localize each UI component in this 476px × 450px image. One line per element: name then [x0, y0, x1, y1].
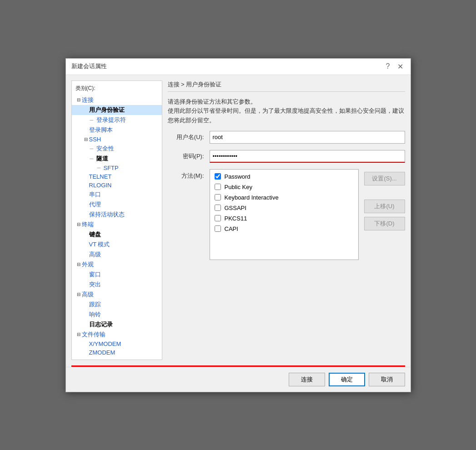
username-input[interactable]	[210, 131, 405, 144]
description-line2: 使用此部分以节省登录时间。但是，为了最大限度地提高安全性，如果担心安全问题，建议…	[168, 106, 405, 125]
method-label-text: Keyboard Interactive	[225, 194, 279, 201]
tree-item[interactable]: 用户身份验证	[72, 105, 162, 115]
tree-item[interactable]: ⊟高级	[72, 290, 162, 300]
method-label-text: CAPI	[225, 225, 238, 232]
tree-item-label: TELNET	[89, 173, 112, 180]
tree-expand-icon[interactable]: ⊟	[75, 222, 82, 227]
move-down-button[interactable]: 下移(D)	[364, 217, 405, 230]
tree-item-label: RLOGIN	[89, 182, 112, 189]
method-checkbox[interactable]	[215, 184, 221, 190]
tree-item[interactable]: 保持活动状态	[72, 210, 162, 220]
cancel-button[interactable]: 取消	[369, 373, 405, 386]
username-row: 用户名(U):	[168, 131, 405, 144]
tree-item-label: 高级	[89, 250, 101, 259]
method-label-text: Password	[225, 173, 251, 180]
help-button[interactable]: ?	[384, 62, 392, 70]
tree-expand-icon[interactable]: ⊟	[75, 262, 82, 267]
tree-item[interactable]: ─ 隧道	[72, 154, 162, 164]
tree-item[interactable]: ─ 安全性	[72, 144, 162, 154]
tree-item-label: 终端	[82, 220, 94, 229]
tree-item-label: 登录脚本	[89, 126, 113, 134]
tree-item[interactable]: 窗口	[72, 270, 162, 280]
tree-item-label: 隧道	[96, 155, 108, 163]
method-buttons: 设置(S)... 上移(U) 下移(D)	[364, 169, 405, 230]
close-button[interactable]: ✕	[396, 62, 405, 71]
tree-item[interactable]: 代理	[72, 200, 162, 210]
method-label-text: Public Key	[225, 184, 252, 190]
method-item: CAPI	[215, 225, 354, 232]
tree-expand-icon[interactable]: ⊟	[75, 332, 82, 337]
tree-item[interactable]: TELNET	[72, 172, 162, 181]
tree-item-label: 串口	[89, 190, 101, 199]
tree-expand-icon[interactable]: ⊟	[83, 137, 89, 142]
move-up-button[interactable]: 上移(U)	[364, 200, 405, 213]
tree-item[interactable]: 突出	[72, 280, 162, 290]
tree-item-label: VT 模式	[89, 240, 110, 249]
description-line1: 请选择身份验证方法和其它参数。	[168, 97, 405, 107]
tree-item-label: 日志记录	[89, 320, 113, 329]
tree-item[interactable]: ⊟终端	[72, 220, 162, 230]
password-label: 密码(P):	[168, 152, 204, 160]
dialog-body: 类别(C): ⊟连接用户身份验证─ 登录提示符登录脚本⊟SSH─ 安全性─ 隧道…	[66, 75, 411, 365]
dialog-title: 新建会话属性	[71, 62, 107, 70]
method-checkbox[interactable]	[215, 205, 221, 211]
tree-item[interactable]: 日志记录	[72, 320, 162, 330]
tree-item-label: 突出	[89, 280, 101, 289]
tree-item-label: 登录提示符	[96, 116, 126, 124]
right-panel: 连接 > 用户身份验证 请选择身份验证方法和其它参数。 使用此部分以节省登录时间…	[168, 80, 405, 360]
method-checkbox[interactable]	[215, 225, 221, 232]
tree-item[interactable]: ─ 登录提示符	[72, 115, 162, 125]
tree-item-label: 保持活动状态	[89, 210, 125, 219]
connect-button[interactable]: 连接	[289, 373, 325, 386]
method-item: Password	[215, 173, 354, 180]
tree-expand-icon[interactable]: ⊟	[75, 97, 82, 102]
tree-item[interactable]: VT 模式	[72, 240, 162, 250]
tree-item[interactable]: RLOGIN	[72, 181, 162, 190]
tree-item[interactable]: ⊟文件传输	[72, 330, 162, 340]
category-label: 类别(C):	[72, 84, 162, 95]
method-checkbox[interactable]	[215, 215, 221, 221]
tree-item-label: 安全性	[96, 145, 114, 153]
tree-item[interactable]: ZMODEM	[72, 348, 162, 357]
tree-item[interactable]: X/YMODEM	[72, 340, 162, 348]
username-label: 用户名(U):	[168, 133, 204, 141]
dialog-footer: 连接 确定 取消	[66, 367, 411, 392]
tree-item-label: 连接	[82, 96, 94, 104]
breadcrumb: 连接 > 用户身份验证	[168, 80, 405, 92]
tree-item-label: 文件传输	[82, 330, 105, 339]
tree-item[interactable]: ⊟SSH	[72, 135, 162, 144]
dialog: 新建会话属性 ? ✕ 类别(C): ⊟连接用户身份验证─ 登录提示符登录脚本⊟S…	[65, 58, 411, 392]
tree-item[interactable]: 键盘	[72, 230, 162, 240]
method-item: Public Key	[215, 184, 354, 190]
tree-item[interactable]: 响铃	[72, 310, 162, 320]
method-label-text: GSSAPI	[225, 205, 246, 211]
tree-item-label: 外观	[82, 260, 94, 269]
tree-expand-icon[interactable]: ⊟	[75, 292, 82, 297]
tree-item[interactable]: ─ SFTP	[72, 164, 162, 172]
method-checkbox[interactable]	[215, 173, 221, 180]
tree-item-label: 窗口	[89, 270, 101, 279]
method-item: PKCS11	[215, 215, 354, 222]
tree-item[interactable]: 跟踪	[72, 300, 162, 310]
method-box: PasswordPublic KeyKeyboard InteractiveGS…	[210, 169, 359, 260]
settings-button[interactable]: 设置(S)...	[364, 172, 405, 185]
tree-item-label: 用户身份验证	[89, 106, 125, 114]
tree-item-label: SSH	[89, 136, 101, 143]
tree-item[interactable]: 登录脚本	[72, 125, 162, 135]
method-item: Keyboard Interactive	[215, 194, 354, 201]
ok-button[interactable]: 确定	[329, 373, 365, 386]
tree-item-label: ZMODEM	[89, 349, 115, 356]
method-label-text: PKCS11	[225, 215, 247, 222]
category-tree: 类别(C): ⊟连接用户身份验证─ 登录提示符登录脚本⊟SSH─ 安全性─ 隧道…	[71, 80, 162, 360]
method-checkbox[interactable]	[215, 194, 221, 200]
password-input[interactable]	[210, 150, 405, 163]
tree-item[interactable]: 串口	[72, 190, 162, 200]
tree-item[interactable]: ⊟连接	[72, 95, 162, 105]
tree-item-label: 跟踪	[89, 300, 101, 309]
tree-item-label: SFTP	[104, 165, 119, 171]
tree-item-label: 代理	[89, 200, 101, 209]
tree-item[interactable]: ⊟外观	[72, 260, 162, 270]
description: 请选择身份验证方法和其它参数。 使用此部分以节省登录时间。但是，为了最大限度地提…	[168, 97, 405, 125]
password-row: 密码(P):	[168, 150, 405, 163]
tree-item[interactable]: 高级	[72, 250, 162, 260]
